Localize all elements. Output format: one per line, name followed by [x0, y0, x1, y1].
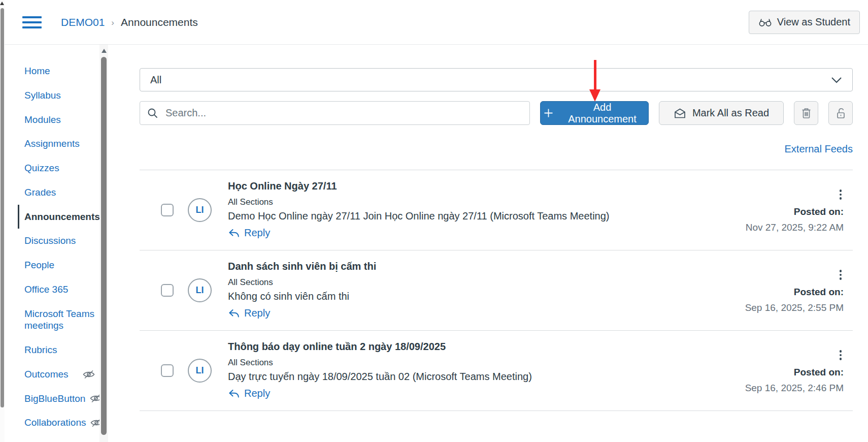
sidebar-item-label: Collaborations: [24, 417, 86, 429]
sidebar-scrollbar-up-arrow-icon[interactable]: [102, 49, 107, 53]
announcement-checkbox[interactable]: [161, 204, 174, 216]
reply-label: Reply: [244, 388, 270, 399]
filter-dropdown[interactable]: All: [140, 68, 853, 91]
avatar: LI: [188, 198, 212, 222]
add-announcement-button[interactable]: Add Announcement: [540, 101, 649, 125]
posted-on-label: Posted on:: [794, 287, 844, 298]
announcement-title[interactable]: Học Online Ngày 27/11: [228, 180, 716, 192]
sidebar-item-announcements[interactable]: Announcements: [18, 205, 95, 229]
breadcrumb-course-link[interactable]: DEMO01: [61, 16, 105, 28]
delete-button[interactable]: [794, 101, 818, 125]
sidebar-item-label: Quizzes: [24, 162, 95, 174]
unlock-icon: [836, 107, 846, 119]
announcement-body: Không có sinh viên cấm thi: [228, 291, 716, 302]
hidden-from-students-eye-icon: [82, 369, 95, 380]
posted-on-date: Sep 16, 2025, 2:55 PM: [745, 302, 844, 313]
announcement-sections: All Sections: [228, 277, 716, 288]
announcement-content: Thông báo dạy online tuần 2 ngày 18/09/2…: [228, 341, 716, 400]
reply-label: Reply: [244, 307, 270, 319]
sidebar-item-label: Grades: [24, 186, 95, 199]
hamburger-menu-button[interactable]: [22, 14, 42, 30]
page-scrollbar-thumb[interactable]: [1, 8, 4, 407]
filter-dropdown-value: All: [150, 74, 161, 86]
announcement-title[interactable]: Danh sách sinh viên bị cấm thi: [228, 261, 716, 272]
sidebar-item-bigbluebutton[interactable]: BigBlueButton: [24, 387, 95, 411]
posted-on-date: Sep 16, 2025, 2:46 PM: [745, 383, 844, 394]
sidebar-item-label: People: [24, 259, 95, 271]
search-box[interactable]: [140, 101, 530, 125]
announcement-checkbox[interactable]: [161, 284, 174, 297]
sidebar-item-microsoft-teams-meetings[interactable]: Microsoft Teams meetings: [24, 302, 95, 338]
announcement-checkbox[interactable]: [161, 364, 174, 377]
breadcrumb-current-page: Announcements: [121, 16, 198, 28]
sidebar-item-files[interactable]: Files: [24, 435, 95, 442]
announcement-avatar: LI: [196, 205, 204, 215]
announcement-row: LI Thông báo dạy online tuần 2 ngày 18/0…: [140, 330, 853, 411]
sidebar-item-syllabus[interactable]: Syllabus: [24, 83, 95, 108]
posted-on-label: Posted on:: [794, 206, 844, 217]
announcements-main: All: [108, 45, 868, 442]
chevron-down-icon: [831, 77, 842, 83]
announcement-row: LI Học Online Ngày 27/11 All Sections De…: [140, 170, 853, 250]
sidebar-item-office-365[interactable]: Office 365: [24, 277, 95, 302]
sidebar-item-rubrics[interactable]: Rubrics: [24, 338, 95, 362]
breadcrumb: DEMO01 › Announcements: [61, 16, 198, 28]
sidebar-item-quizzes[interactable]: Quizzes: [24, 156, 95, 180]
sidebar-item-label: BigBlueButton: [24, 393, 85, 405]
glasses-icon: [758, 18, 772, 27]
announcement-options-kebab-icon[interactable]: [838, 187, 844, 202]
announcement-meta: Posted on: Nov 27, 2025, 9:22 AM: [716, 187, 853, 233]
reply-arrow-icon: [228, 389, 240, 398]
view-as-student-button[interactable]: View as Student: [749, 11, 860, 34]
search-input[interactable]: [164, 107, 522, 119]
view-as-student-label: View as Student: [777, 16, 850, 28]
add-announcement-label: Add Announcement: [559, 102, 645, 125]
sidebar-item-label: Syllabus: [24, 89, 95, 102]
external-feeds-link[interactable]: External Feeds: [784, 143, 853, 154]
announcement-list: LI Học Online Ngày 27/11 All Sections De…: [140, 170, 853, 411]
reply-arrow-icon: [228, 308, 240, 318]
sidebar-item-outcomes[interactable]: Outcomes: [24, 362, 95, 387]
announcement-sections: All Sections: [228, 197, 716, 207]
sidebar-item-label: Announcements: [24, 211, 100, 223]
avatar: LI: [188, 359, 212, 383]
sidebar-item-label: Office 365: [24, 283, 95, 296]
reply-link[interactable]: Reply: [228, 388, 270, 399]
announcement-sections: All Sections: [228, 358, 716, 368]
sidebar-item-label: Discussions: [24, 235, 95, 247]
announcement-content: Học Online Ngày 27/11 All Sections Demo …: [228, 180, 716, 240]
reply-link[interactable]: Reply: [228, 227, 270, 239]
sidebar-item-label: Assignments: [24, 138, 95, 150]
page-scrollbar[interactable]: [0, 0, 5, 442]
scrollbar-up-arrow-icon[interactable]: [0, 2, 4, 5]
sidebar-item-modules[interactable]: Modules: [24, 108, 95, 132]
plus-icon: [544, 108, 553, 118]
sidebar-item-people[interactable]: People: [24, 253, 95, 277]
header: DEMO01 › Announcements View as Student: [0, 0, 868, 45]
search-icon: [147, 108, 158, 119]
posted-on-label: Posted on:: [794, 367, 844, 378]
sidebar-scrollbar-thumb[interactable]: [101, 57, 107, 435]
lock-button[interactable]: [828, 101, 853, 125]
announcement-title[interactable]: Thông báo dạy online tuần 2 ngày 18/09/2…: [228, 341, 716, 353]
announcement-options-kebab-icon[interactable]: [838, 348, 844, 363]
sidebar-item-assignments[interactable]: Assignments: [24, 132, 95, 156]
trash-icon: [801, 107, 812, 119]
sidebar-item-collaborations[interactable]: Collaborations: [24, 411, 95, 435]
announcement-body: Demo Học Online ngày 27/11 Join Học Onli…: [228, 210, 716, 222]
course-navigation: HomeSyllabusModulesAssignmentsQuizzesGra…: [0, 45, 95, 442]
announcement-avatar: LI: [196, 285, 204, 296]
sidebar-item-discussions[interactable]: Discussions: [24, 229, 95, 253]
sidebar-item-home[interactable]: Home: [24, 59, 95, 83]
sidebar-scrollbar[interactable]: [99, 45, 108, 442]
reply-label: Reply: [244, 227, 270, 239]
announcement-body: Dạy trực tuyến ngày 18/09/2025 tuần 02 (…: [228, 371, 716, 383]
announcement-options-kebab-icon[interactable]: [838, 267, 844, 282]
envelope-open-icon: [674, 108, 686, 119]
sidebar-item-grades[interactable]: Grades: [24, 180, 95, 205]
mark-all-as-read-button[interactable]: Mark All as Read: [659, 101, 784, 125]
announcement-meta: Posted on: Sep 16, 2025, 2:46 PM: [716, 348, 853, 394]
sidebar-item-label: Outcomes: [24, 368, 78, 381]
posted-on-date: Nov 27, 2025, 9:22 AM: [746, 222, 844, 233]
reply-link[interactable]: Reply: [228, 307, 270, 319]
